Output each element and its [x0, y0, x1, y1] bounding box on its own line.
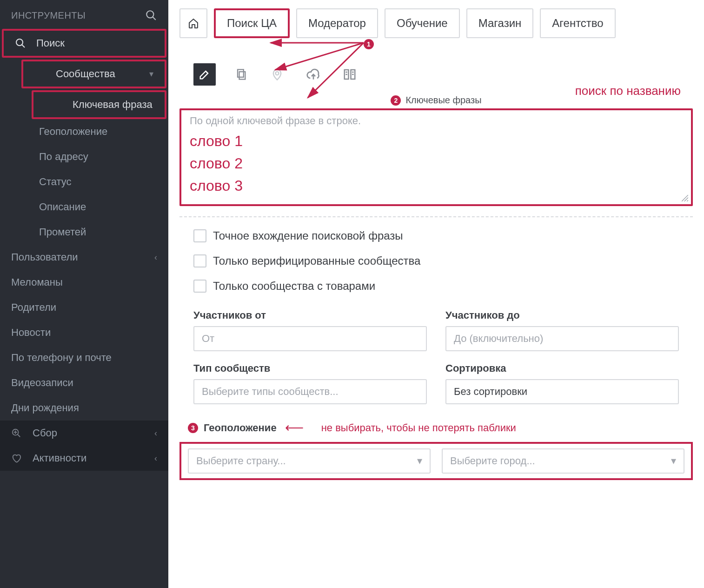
- sidebar-item-label: Прометей: [39, 226, 86, 238]
- field-members-from: Участников от: [193, 309, 427, 351]
- sidebar-item-videos[interactable]: Видеозаписи: [0, 370, 168, 395]
- chevron-left-icon: ‹: [154, 253, 157, 262]
- checkbox-exact[interactable]: Точное вхождение поисковой фразы: [193, 229, 693, 242]
- sidebar-item-collect[interactable]: Сбор ‹: [0, 421, 168, 446]
- toolbar-location[interactable]: [266, 63, 288, 86]
- sidebar-item-label: По адресу: [39, 151, 88, 163]
- sort-select[interactable]: Без сортировки: [445, 379, 679, 404]
- nav-agency[interactable]: Агентство: [540, 8, 615, 38]
- checkbox-label: Только верифицированные сообщества: [213, 254, 420, 267]
- sidebar-item-description[interactable]: Описание: [0, 194, 168, 220]
- geo-label: Геоположение: [204, 422, 277, 434]
- sidebar-item-activities[interactable]: Активности ‹: [0, 446, 168, 471]
- top-nav: Поиск ЦА Модератор Обучение Магазин Аген…: [179, 8, 693, 38]
- toolbar-book[interactable]: [339, 63, 361, 86]
- sidebar-item-label: Дни рождения: [11, 402, 79, 414]
- sidebar-header: ИНСТРУМЕНТЫ: [0, 9, 168, 29]
- resize-handle-icon[interactable]: [682, 195, 688, 201]
- checkbox-icon: [193, 254, 206, 267]
- sidebar-item-by-phone-mail[interactable]: По телефону и почте: [0, 345, 168, 370]
- checkbox-icon: [193, 229, 206, 242]
- annotation-geo-note: не выбирать, чтобы не потерять паблики: [321, 422, 516, 434]
- chevron-left-icon: ‹: [154, 454, 157, 463]
- nav-label: Обучение: [397, 17, 448, 30]
- checkbox-with-goods[interactable]: Только сообщества с товарами: [193, 280, 693, 293]
- sidebar-item-users[interactable]: Пользователи ‹: [0, 245, 168, 270]
- field-label: Участников от: [193, 309, 427, 321]
- separator: [179, 216, 693, 217]
- nav-label: Поиск ЦА: [227, 17, 277, 30]
- field-members-to: Участников до: [445, 309, 679, 351]
- annotation-marker-1: 1: [364, 39, 374, 49]
- field-label: Участников до: [445, 309, 679, 321]
- chevron-down-icon: ▾: [149, 69, 153, 79]
- nav-label: Агентство: [552, 17, 603, 30]
- sidebar-item-label: Геоположение: [39, 126, 107, 138]
- field-label: Тип сообществ: [193, 362, 427, 374]
- nav-training[interactable]: Обучение: [385, 8, 460, 38]
- sidebar: ИНСТРУМЕНТЫ Поиск Сообщества ▾ Ключевая …: [0, 0, 168, 588]
- community-type-select[interactable]: Выберите типы сообществ...: [193, 379, 427, 404]
- keyword-sample-1: слово 1: [190, 130, 683, 152]
- checkbox-icon: [193, 280, 206, 293]
- sidebar-item-label: Меломаны: [11, 276, 63, 288]
- search-icon[interactable]: [145, 9, 157, 21]
- keyword-placeholder: По одной ключевой фразе в строке.: [190, 115, 683, 127]
- sidebar-item-label: Пользователи: [11, 251, 78, 263]
- svg-rect-11: [238, 70, 244, 77]
- caret-down-icon: ▾: [671, 455, 676, 467]
- sidebar-item-communities[interactable]: Сообщества ▾: [21, 60, 166, 88]
- nav-search-ta[interactable]: Поиск ЦА: [214, 8, 290, 38]
- svg-line-7: [18, 434, 20, 437]
- keyword-sample-2: слово 2: [190, 152, 683, 174]
- checkbox-verified[interactable]: Только верифицированные сообщества: [193, 254, 693, 267]
- nav-home[interactable]: [179, 8, 207, 38]
- field-label: Сортировка: [445, 362, 679, 374]
- nav-label: Модератор: [308, 17, 366, 30]
- field-community-type: Тип сообществ Выберите типы сообществ...: [193, 362, 427, 404]
- keyword-textarea[interactable]: По одной ключевой фразе в строке. слово …: [179, 108, 693, 206]
- sidebar-item-prometey[interactable]: Прометей: [0, 220, 168, 245]
- sidebar-item-news[interactable]: Новости: [0, 320, 168, 345]
- sidebar-item-birthdays[interactable]: Дни рождения: [0, 395, 168, 421]
- city-select[interactable]: Выберите город... ▾: [442, 448, 684, 474]
- sidebar-item-by-address[interactable]: По адресу: [0, 144, 168, 169]
- sidebar-item-label: Родители: [11, 301, 56, 314]
- annotation-marker-3: 3: [188, 423, 198, 433]
- nav-shop[interactable]: Магазин: [466, 8, 534, 38]
- annotation-title-hint: поиск по названию: [575, 84, 681, 98]
- svg-point-2: [16, 39, 23, 46]
- caret-down-icon: ▾: [417, 455, 422, 467]
- nav-label: Магазин: [478, 17, 522, 30]
- toolbar-edit[interactable]: [193, 63, 216, 86]
- filters-grid: Участников от Участников до Тип сообщест…: [179, 305, 693, 404]
- sidebar-item-melomans[interactable]: Меломаны: [0, 270, 168, 295]
- sidebar-title: ИНСТРУМЕНТЫ: [11, 10, 86, 21]
- toolbar-files[interactable]: [230, 63, 252, 86]
- checkbox-label: Точное вхождение поисковой фразы: [213, 229, 403, 242]
- select-placeholder: Выберите типы сообществ...: [202, 386, 339, 398]
- members-from-input[interactable]: [193, 326, 427, 351]
- svg-line-1: [153, 17, 156, 20]
- nav-moderator[interactable]: Модератор: [296, 8, 378, 38]
- sidebar-item-label: Сбор: [33, 427, 57, 439]
- search-icon: [15, 38, 29, 49]
- checkbox-label: Только сообщества с товарами: [213, 280, 375, 293]
- chevron-left-icon: ‹: [154, 428, 157, 438]
- sidebar-item-status[interactable]: Статус: [0, 169, 168, 194]
- sidebar-item-parents[interactable]: Родители: [0, 295, 168, 320]
- geo-selects: Выберите страну... ▾ Выберите город... ▾: [179, 442, 693, 480]
- toolbar: [179, 63, 693, 86]
- sidebar-item-search[interactable]: Поиск: [2, 29, 166, 58]
- toolbar-cloud-upload[interactable]: [302, 63, 325, 86]
- country-select[interactable]: Выберите страну... ▾: [188, 448, 431, 474]
- members-to-input[interactable]: [445, 326, 679, 351]
- select-value: Без сортировки: [454, 386, 527, 398]
- field-sort: Сортировка Без сортировки: [445, 362, 679, 404]
- sidebar-item-keyword[interactable]: Ключевая фраза: [32, 90, 166, 119]
- sidebar-item-geolocation[interactable]: Геоположение: [0, 119, 168, 144]
- heart-icon: [11, 453, 25, 463]
- select-placeholder: Выберите город...: [450, 455, 535, 467]
- sidebar-item-label: Ключевая фраза: [73, 99, 153, 111]
- sidebar-item-label: Новости: [11, 327, 51, 339]
